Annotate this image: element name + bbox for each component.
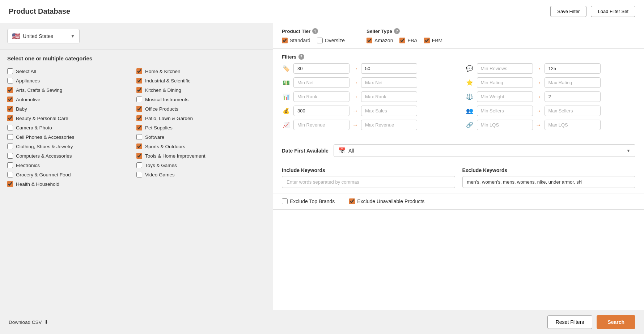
arrow-icon: → — [536, 80, 542, 86]
arrow-icon: → — [352, 80, 358, 86]
category-item[interactable]: Industrial & Scientific — [136, 76, 266, 85]
download-csv-link[interactable]: Download CSV ⬇ — [9, 319, 48, 325]
filter-min-input[interactable] — [293, 63, 349, 74]
tier-option[interactable]: Oversize — [317, 38, 345, 43]
category-item[interactable]: Software — [136, 132, 266, 142]
category-item[interactable]: Musical Instruments — [136, 95, 266, 104]
category-label: Automotive — [16, 97, 41, 102]
country-name: United States — [23, 33, 53, 39]
category-item[interactable]: Toys & Games — [136, 160, 266, 170]
seller-type-help-icon[interactable]: ? — [394, 28, 400, 34]
category-item[interactable]: Arts, Crafts & Sewing — [7, 85, 136, 95]
category-label: Office Products — [145, 106, 178, 112]
page-title: Product Database — [9, 7, 70, 16]
category-item[interactable]: Beauty & Personal Care — [7, 114, 136, 123]
category-item[interactable]: Camera & Photo — [7, 123, 136, 132]
exclude-top-brands-checkbox[interactable]: Exclude Top Brands — [282, 198, 335, 204]
seller-option-label: Amazon — [374, 38, 393, 43]
product-tier-help-icon[interactable]: ? — [312, 28, 318, 34]
filter-min-input[interactable] — [477, 63, 533, 74]
filter-max-input[interactable] — [361, 63, 417, 74]
category-label: Arts, Crafts & Sewing — [16, 87, 62, 93]
tier-option-label: Oversize — [325, 38, 345, 43]
categories-grid: Select AllAppliancesArts, Crafts & Sewin… — [7, 67, 266, 189]
category-item[interactable]: Sports & Outdoors — [136, 142, 266, 151]
filter-icon: 💰 — [282, 107, 291, 115]
filter-max-input[interactable] — [361, 77, 417, 88]
category-label: Kitchen & Dining — [145, 87, 181, 93]
filter-max-input[interactable] — [361, 106, 417, 116]
filter-max-input[interactable] — [545, 63, 601, 74]
category-label: Appliances — [16, 78, 40, 84]
date-first-available-value: All — [348, 148, 354, 154]
category-label: Computers & Accessories — [16, 153, 72, 159]
tier-option-label: Standard — [290, 38, 310, 43]
category-label: Baby — [16, 106, 27, 112]
filter-max-input[interactable] — [545, 91, 601, 102]
category-item[interactable]: Baby — [7, 104, 136, 114]
reset-filters-button[interactable]: Reset Filters — [547, 315, 593, 329]
filter-min-input[interactable] — [477, 120, 533, 130]
category-item[interactable]: Automotive — [7, 95, 136, 104]
load-filter-button[interactable]: Load Filter Set — [591, 6, 635, 17]
filter-min-input[interactable] — [477, 106, 533, 116]
category-item[interactable]: Video Games — [136, 170, 266, 179]
category-item[interactable]: Health & Household — [7, 179, 136, 189]
filter-min-input[interactable] — [293, 91, 349, 102]
save-filter-button[interactable]: Save Filter — [550, 6, 586, 17]
filter-min-input[interactable] — [293, 106, 349, 116]
category-label: Video Games — [145, 172, 175, 177]
filter-min-input[interactable] — [477, 77, 533, 88]
category-label: Electronics — [16, 163, 40, 168]
exclude-keywords-label: Exclude Keywords — [462, 167, 636, 173]
filter-min-input[interactable] — [293, 120, 349, 130]
category-item[interactable]: Tools & Home Improvement — [136, 151, 266, 160]
filter-rows: 🏷️→💬→💵→⭐→📊→⚖️→💰→👥→📈→🔗→ — [282, 63, 635, 130]
seller-option[interactable]: FBM — [424, 38, 443, 43]
filter-max-input[interactable] — [545, 120, 601, 130]
category-item[interactable]: Office Products — [136, 104, 266, 114]
category-item[interactable]: Kitchen & Dining — [136, 85, 266, 95]
filter-row: 📊→⚖️→ — [282, 91, 635, 102]
category-label: Toys & Games — [145, 163, 177, 168]
exclude-unavailable-checkbox[interactable]: Exclude Unavailable Products — [349, 198, 424, 204]
date-first-available-select[interactable]: 📅 All ▼ — [334, 144, 635, 157]
country-selector[interactable]: 🇺🇸 United States ▼ — [7, 29, 80, 43]
download-csv-label: Download CSV — [9, 320, 42, 325]
filter-icon: 💵 — [282, 78, 291, 87]
category-item[interactable]: Appliances — [7, 76, 136, 85]
category-item[interactable]: Pet Supplies — [136, 123, 266, 132]
category-item[interactable]: Electronics — [7, 160, 136, 170]
seller-option[interactable]: FBA — [399, 38, 417, 43]
category-item[interactable]: Patio, Lawn & Garden — [136, 114, 266, 123]
category-item[interactable]: Clothing, Shoes & Jewelry — [7, 142, 136, 151]
filter-min-input[interactable] — [293, 77, 349, 88]
category-item[interactable]: Cell Phones & Accessories — [7, 132, 136, 142]
include-keywords-label: Include Keywords — [282, 167, 455, 173]
category-item[interactable]: Grocery & Gourmet Food — [7, 170, 136, 179]
chevron-down-icon: ▼ — [71, 34, 75, 39]
filters-help-icon[interactable]: ? — [298, 54, 304, 60]
filter-min-input[interactable] — [477, 91, 533, 102]
filter-max-input[interactable] — [545, 77, 601, 88]
category-item[interactable]: Computers & Accessories — [7, 151, 136, 160]
tier-option[interactable]: Standard — [282, 38, 310, 43]
exclude-keywords-input[interactable] — [462, 176, 636, 188]
category-item[interactable]: Select All — [7, 67, 136, 76]
filter-max-input[interactable] — [545, 106, 601, 116]
seller-option-label: FBA — [407, 38, 417, 43]
include-keywords-input[interactable] — [282, 176, 455, 188]
category-label: Home & Kitchen — [145, 69, 181, 74]
category-label: Cell Phones & Accessories — [16, 134, 74, 140]
category-item[interactable]: Home & Kitchen — [136, 67, 266, 76]
product-tier-label: Product Tier — [282, 29, 310, 34]
date-first-available-label: Date First Available — [282, 148, 329, 154]
filter-row: 💵→⭐→ — [282, 77, 635, 88]
category-label: Health & Household — [16, 181, 59, 187]
category-label: Patio, Lawn & Garden — [145, 116, 193, 121]
filter-max-input[interactable] — [361, 120, 417, 130]
filter-max-input[interactable] — [361, 91, 417, 102]
seller-option[interactable]: Amazon — [367, 38, 393, 43]
category-label: Sports & Outdoors — [145, 144, 185, 149]
search-button[interactable]: Search — [597, 315, 635, 329]
